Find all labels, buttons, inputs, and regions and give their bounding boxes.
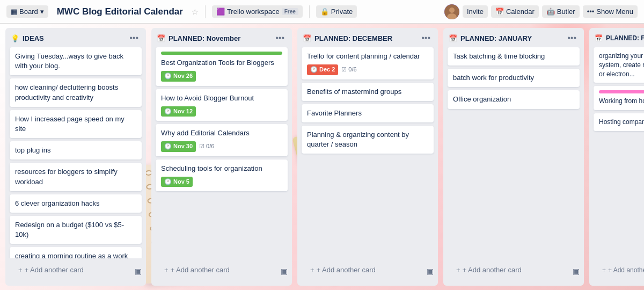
archive-icon[interactable]: ▣ [573, 267, 580, 276]
card-ideas-0[interactable]: Giving Tuesday...ways to give back with … [10, 47, 142, 75]
add-card-button-ideas[interactable]: + + Add another card [14, 263, 88, 277]
workspace-button[interactable]: 🟪 Trello workspace Free [212, 5, 303, 18]
star-icon[interactable]: ☆ [192, 8, 199, 16]
card-ideas-7[interactable]: creating a morning routine as a work fro… [10, 247, 142, 258]
list-january: 📅 PLANNED: JANUARY ••• Task batching & t… [443, 28, 584, 286]
clock-icon: 🕐 [164, 107, 172, 115]
card-feb-1[interactable]: Working from hom... [594, 86, 644, 110]
date-badge: 🕐 Nov 26 [161, 71, 196, 81]
list-november: 📅 PLANNED: November ••• Best Organizatio… [151, 28, 292, 286]
invite-label: Invite [467, 8, 484, 16]
add-card-row-ideas: + + Add another card ▣ [5, 258, 146, 286]
card-ideas-3[interactable]: top plug ins [10, 141, 142, 160]
list-menu-button[interactable]: ••• [127, 32, 141, 44]
list-header-january: 📅 PLANNED: JANUARY ••• [443, 28, 584, 47]
board-area: 💡 IDEAS ••• Giving Tuesday...ways to giv… [0, 24, 644, 290]
separator2 [309, 5, 310, 18]
checklist-badge: ☑ 0/6 [199, 142, 214, 150]
card-feb-2[interactable]: Hosting companie... avoid [594, 113, 644, 131]
card-jan-1[interactable]: batch work for productivity [448, 69, 580, 87]
card-badges: 🕐 Dec 2 ☑ 0/6 [307, 64, 428, 75]
card-dec-3[interactable]: Planning & organizing content by quarter… [302, 126, 434, 154]
butler-button[interactable]: 🤖 Butler [542, 5, 580, 18]
list-header-november: 📅 PLANNED: November ••• [151, 28, 292, 47]
list-title-february: 📅 PLANNED: FE... [595, 34, 644, 42]
list-menu-button-nov[interactable]: ••• [273, 32, 287, 44]
cards-january: Task batching & time blocking batch work… [443, 47, 584, 258]
card-ideas-2[interactable]: How I increased page speed on my site [10, 110, 142, 138]
chevron-down-icon: ▾ [40, 8, 44, 16]
list-title-december: 📅 PLANNED: DECEMBER [303, 34, 392, 42]
archive-icon[interactable]: ▣ [281, 267, 288, 276]
card-ideas-6[interactable]: Redesign on a budget ($100 vs $5-10k) [10, 216, 142, 244]
header-right: Invite 📅 Calendar 🤖 Butler ••• Show Menu [444, 4, 638, 19]
add-card-button-nov[interactable]: + + Add another card [160, 263, 234, 277]
checklist-badge: ☑ 0/6 [341, 66, 356, 74]
ellipsis-icon: ••• [587, 8, 595, 16]
show-menu-label: Show Menu [596, 8, 633, 16]
card-feb-0[interactable]: organizing your li... system, create ro.… [594, 47, 644, 83]
add-card-button-jan[interactable]: + + Add another card [452, 263, 526, 277]
card-jan-2[interactable]: Office organization [448, 90, 580, 108]
archive-icon[interactable]: ▣ [135, 267, 142, 276]
private-label: Private [331, 8, 353, 16]
cards-ideas: Giving Tuesday...ways to give back with … [5, 47, 146, 258]
calendar-button[interactable]: 📅 Calendar [491, 5, 539, 18]
private-button[interactable]: 🔒 Private [316, 5, 357, 18]
calendar-icon: 📅 [303, 34, 311, 42]
calendar-icon: 📅 [595, 34, 603, 42]
plus-icon: + [456, 266, 460, 274]
archive-icon[interactable]: ▣ [427, 267, 434, 276]
card-nov-3[interactable]: Scheduling tools for organization 🕐 Nov … [156, 160, 288, 192]
card-label-pink [599, 90, 644, 93]
add-card-button-dec[interactable]: + + Add another card [306, 263, 380, 277]
list-title-ideas: 💡 IDEAS [11, 34, 44, 42]
clock-icon: 🕐 [310, 66, 318, 74]
list-menu-button-jan[interactable]: ••• [565, 32, 579, 44]
card-ideas-5[interactable]: 6 clever organization hacks [10, 194, 142, 213]
butler-label: Butler [557, 8, 575, 16]
card-badges: 🕐 Nov 30 ☑ 0/6 [161, 141, 282, 151]
checklist-icon: ☑ [341, 66, 347, 74]
card-dec-2[interactable]: Favorite Planners [302, 104, 434, 122]
date-badge: 🕐 Nov 5 [161, 177, 193, 187]
list-december: 📅 PLANNED: DECEMBER ••• Trello for conte… [297, 28, 438, 286]
cards-november: Best Organization Tools for Bloggers 🕐 N… [151, 47, 292, 258]
calendar-icon: 📅 [157, 34, 165, 42]
plus-icon: + [18, 266, 23, 274]
card-badges: 🕐 Nov 26 [161, 71, 282, 81]
card-nov-1[interactable]: How to Avoid Blogger Burnout 🕐 Nov 12 [156, 89, 288, 121]
card-jan-0[interactable]: Task batching & time blocking [448, 47, 580, 66]
show-menu-button[interactable]: ••• Show Menu [583, 5, 638, 18]
add-card-button-feb[interactable]: + + Add another c... [598, 263, 644, 277]
card-ideas-1[interactable]: how cleaning/ decluttering boosts produc… [10, 78, 142, 106]
plus-icon: + [164, 266, 169, 274]
card-dec-1[interactable]: Benefits of mastermind groups [302, 83, 434, 101]
list-title-january: 📅 PLANNED: JANUARY [449, 34, 532, 42]
card-dec-0[interactable]: Trello for content planning / calendar 🕐… [302, 47, 434, 79]
card-nov-0[interactable]: Best Organization Tools for Bloggers 🕐 N… [156, 47, 288, 86]
free-badge: Free [282, 8, 298, 15]
add-card-row-dec: + + Add another card ▣ [297, 258, 438, 286]
invite-button[interactable]: Invite [463, 5, 488, 18]
checklist-icon: ☑ [199, 142, 204, 150]
cards-december: Trello for content planning / calendar 🕐… [297, 47, 438, 258]
board-button[interactable]: ▦ Board ▾ [6, 5, 48, 18]
workspace-icon: 🟪 [216, 8, 225, 16]
date-badge-red: 🕐 Dec 2 [307, 64, 338, 75]
calendar-icon: 📅 [449, 34, 457, 42]
avatar[interactable] [444, 4, 459, 19]
plus-icon: + [310, 266, 314, 274]
card-nov-2[interactable]: Why add Editorial Calendars 🕐 Nov 30 ☑ 0… [156, 124, 288, 156]
list-menu-button-dec[interactable]: ••• [419, 32, 433, 44]
lists-container: 💡 IDEAS ••• Giving Tuesday...ways to giv… [0, 28, 644, 290]
ideas-icon: 💡 [11, 34, 19, 42]
list-header-february: 📅 PLANNED: FE... ••• [589, 28, 644, 47]
board-label: Board [19, 8, 38, 16]
add-card-row-jan: + + Add another card ▣ [443, 258, 584, 286]
list-header-ideas: 💡 IDEAS ••• [5, 28, 146, 47]
list-title-november: 📅 PLANNED: November [157, 34, 240, 42]
card-ideas-4[interactable]: resources for bloggers to simplify workl… [10, 163, 142, 191]
add-card-row-feb: + + Add another c... [589, 259, 644, 286]
board-icon: ▦ [11, 8, 17, 16]
